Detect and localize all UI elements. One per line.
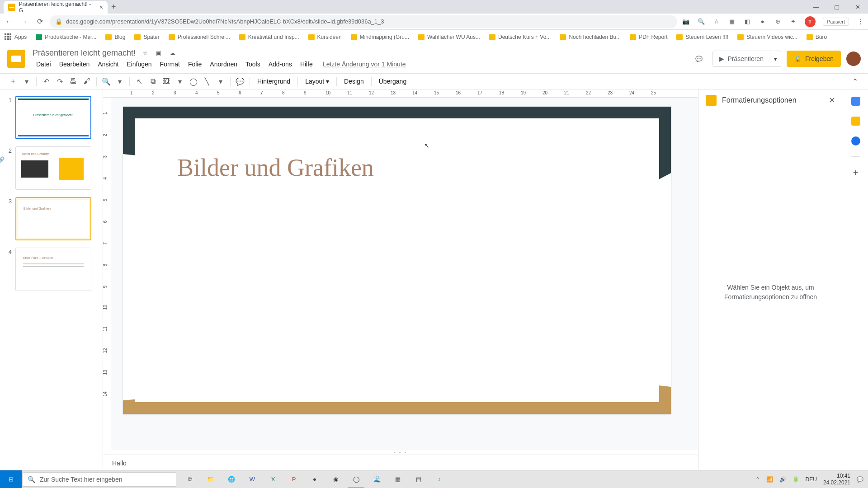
bookmark-item[interactable]: Noch hochladen Bu... — [560, 34, 621, 40]
extension-icon[interactable]: ◧ — [743, 18, 751, 26]
bookmark-item[interactable]: Später — [134, 34, 159, 40]
edge-legacy-icon[interactable]: 🌐 — [222, 470, 241, 488]
close-window-button[interactable]: ✕ — [847, 0, 868, 13]
print-button[interactable]: 🖶 — [67, 75, 79, 87]
qr-icon[interactable]: ▦ — [728, 18, 736, 26]
bookmark-item[interactable]: Professionell Schrei... — [169, 34, 230, 40]
minimize-button[interactable]: — — [806, 0, 826, 13]
camera-icon[interactable]: 📷 — [682, 18, 690, 26]
textbox-tool[interactable]: ⧉ — [147, 75, 159, 87]
menu-edit[interactable]: Bearbeiten — [56, 59, 94, 70]
slide-thumb-1[interactable]: Präsentieren leicht gemacht! — [15, 96, 91, 139]
line-dropdown[interactable]: ▾ — [215, 75, 226, 87]
windows-search[interactable]: 🔍 Zur Suche Text hier eingeben — [23, 472, 176, 487]
menu-view[interactable]: Ansicht — [94, 59, 122, 70]
bookmark-item[interactable]: Produktsuche - Mer... — [36, 34, 96, 40]
explorer-icon[interactable]: 📁 — [201, 470, 221, 488]
menu-arrange[interactable]: Anordnen — [206, 59, 241, 70]
share-button[interactable]: 🔒 Freigeben — [787, 51, 841, 67]
user-avatar[interactable] — [846, 52, 861, 66]
menu-tools[interactable]: Tools — [242, 59, 264, 70]
filmstrip[interactable]: 1 Präsentieren leicht gemacht! 2 🔗 Bilde… — [0, 89, 103, 474]
menu-help[interactable]: Hilfe — [297, 59, 316, 70]
undo-button[interactable]: ↶ — [40, 75, 52, 87]
apps-button[interactable]: Apps — [5, 33, 27, 41]
slide-thumb-3[interactable]: Bilder und Grafiken — [15, 197, 91, 240]
bookmark-item[interactable]: Mindmapping (Gru... — [351, 34, 409, 40]
reload-button[interactable]: ⟳ — [34, 16, 45, 27]
comments-button[interactable]: 💬 — [691, 51, 707, 67]
keep-icon[interactable] — [851, 117, 860, 126]
wifi-icon[interactable]: 📶 — [766, 476, 773, 483]
zoom-dropdown[interactable]: ▾ — [114, 75, 126, 87]
present-dropdown[interactable]: ▾ — [770, 51, 781, 67]
address-bar[interactable]: 🔒 docs.google.com/presentation/d/1yV372S… — [50, 15, 677, 28]
bookmark-item[interactable]: Steuern Lesen !!!! — [676, 34, 728, 40]
tasks-icon[interactable] — [851, 136, 860, 145]
bookmark-item[interactable]: Blog — [105, 34, 125, 40]
close-panel-icon[interactable]: ✕ — [829, 95, 835, 105]
present-button[interactable]: ▶ Präsentieren — [712, 51, 770, 67]
excel-icon[interactable]: X — [263, 470, 283, 488]
comment-tool[interactable]: 💬 — [234, 75, 246, 87]
slide-thumb-2[interactable]: Bilder und Grafiken — [15, 146, 91, 190]
bookmark-item[interactable]: PDF Report — [630, 34, 667, 40]
battery-icon[interactable]: 🔋 — [793, 476, 799, 483]
clock[interactable]: 10:41 24.02.2021 — [823, 473, 850, 486]
layout-button[interactable]: Layout ▾ — [302, 78, 333, 85]
menu-insert[interactable]: Einfügen — [123, 59, 155, 70]
select-tool[interactable]: ↖ — [133, 75, 145, 87]
slide-canvas[interactable]: Bilder und Grafiken ↖ — [111, 98, 698, 450]
app-icon[interactable]: ● — [305, 470, 325, 488]
collapse-toolbar-icon[interactable]: ⌃ — [849, 75, 861, 87]
zoom-button[interactable]: 🔍 — [100, 75, 112, 87]
powerpoint-icon[interactable]: P — [284, 470, 304, 488]
slide-title[interactable]: Bilder und Grafiken — [177, 154, 374, 182]
line-tool[interactable]: ╲ — [201, 75, 213, 87]
task-view-icon[interactable]: ⧉ — [180, 470, 200, 488]
app-icon-3[interactable]: ▤ — [409, 470, 429, 488]
start-button[interactable]: ⊞ — [0, 470, 22, 488]
zoom-icon[interactable]: 🔍 — [697, 18, 705, 26]
menu-file[interactable]: Datei — [33, 59, 55, 70]
bookmark-item[interactable]: Büro — [807, 34, 827, 40]
redo-button[interactable]: ↷ — [54, 75, 66, 87]
slides-logo[interactable] — [7, 50, 25, 68]
puzzle-icon[interactable]: ✦ — [789, 18, 797, 26]
last-edit-link[interactable]: Letzte Änderung vor 1 Minute — [323, 61, 406, 68]
back-button[interactable]: ← — [4, 16, 14, 27]
app-icon-2[interactable]: ▦ — [388, 470, 408, 488]
background-button[interactable]: Hintergrund — [254, 78, 294, 85]
image-dropdown[interactable]: ▾ — [174, 75, 186, 87]
obs-icon[interactable]: ◉ — [326, 470, 345, 488]
notes-resize-handle[interactable]: • • • — [103, 450, 698, 455]
add-addon-icon[interactable]: + — [853, 168, 859, 178]
bookmark-item[interactable]: Wahlfächer WU Aus... — [418, 34, 480, 40]
horizontal-ruler[interactable]: 1234567891011121314151617181920212223242… — [103, 89, 698, 98]
design-button[interactable]: Design — [340, 78, 368, 85]
slide[interactable]: Bilder und Grafiken ↖ — [123, 107, 671, 414]
word-icon[interactable]: W — [242, 470, 262, 488]
bookmark-item[interactable]: Deutsche Kurs + Vo... — [489, 34, 551, 40]
volume-icon[interactable]: 🔊 — [779, 476, 786, 483]
new-tab-button[interactable]: + — [111, 2, 116, 12]
menu-addons[interactable]: Add-ons — [265, 59, 296, 70]
translate-icon[interactable]: ⊕ — [774, 18, 782, 26]
menu-slide[interactable]: Folie — [184, 59, 205, 70]
transition-button[interactable]: Übergang — [375, 78, 410, 85]
menu-icon[interactable]: ⋮ — [856, 18, 864, 26]
spotify-icon[interactable]: ♪ — [429, 470, 449, 488]
incognito-icon[interactable]: ● — [759, 18, 767, 26]
new-slide-dropdown[interactable]: ▾ — [21, 75, 33, 87]
new-slide-button[interactable]: + — [7, 75, 19, 87]
bookmark-item[interactable]: Steuern Videos wic... — [737, 34, 797, 40]
calendar-icon[interactable] — [851, 97, 860, 106]
profile-avatar[interactable]: T — [805, 16, 816, 27]
star-icon[interactable]: ☆ — [141, 49, 149, 57]
cloud-icon[interactable]: ☁ — [168, 49, 176, 57]
notifications-icon[interactable]: 💬 — [857, 476, 863, 483]
edge-icon[interactable]: 🌊 — [367, 470, 387, 488]
menu-format[interactable]: Format — [156, 59, 184, 70]
bookmark-item[interactable]: Kursideen — [308, 34, 342, 40]
shape-tool[interactable]: ◯ — [188, 75, 199, 87]
